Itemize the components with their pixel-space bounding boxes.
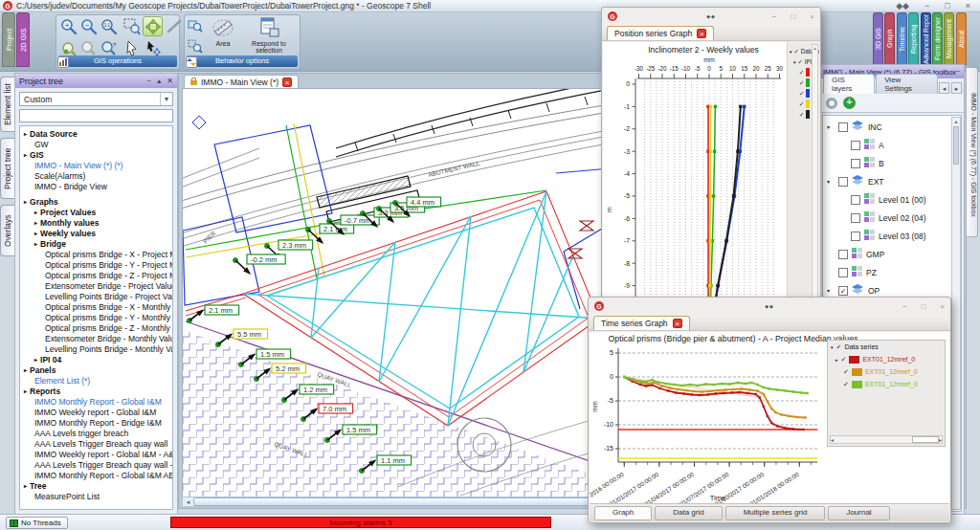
tab-journal[interactable]: Journal [828,506,889,520]
layer-checkbox[interactable] [838,122,848,132]
expander-icon[interactable]: ▸ [24,481,27,492]
minimize-button[interactable]: − [902,302,907,311]
panel-pin-icon[interactable]: − [956,68,960,76]
tab-multiple-series-grid[interactable]: Multiple series grid [725,506,826,520]
layer-checkbox[interactable] [851,141,860,150]
layer-row-level-02-04[interactable]: Level 02 (04) [823,209,961,227]
tree-item-extensometer-bridge-monthly-values[interactable]: Extensometer Bridge - Monthly Values [20,334,172,344]
layer-checkbox[interactable] [838,177,848,187]
measure-line-button[interactable] [164,16,184,36]
tree-filter-dropdown[interactable]: Custom ▼ [19,92,173,106]
tree-item-optical-prisms-bridge-x-monthly-median[interactable]: Optical prisms Bridge - X - Monthly Medi… [20,302,172,313]
tab-close-icon[interactable]: × [673,319,682,328]
ribbon-tab-2d-gis[interactable]: 2D GIS [16,12,30,67]
layer-checkbox[interactable] [851,159,860,168]
expander-icon[interactable]: ▸ [24,197,27,208]
legend-scrollbar[interactable]: ◂▸ [830,435,943,444]
area-button[interactable]: Area [208,17,238,57]
tree-item-optical-prisms-bridge-z-project-median[interactable]: Optical prisms Bridge - Z - Project Medi… [20,271,172,281]
tab-graph[interactable]: Graph [594,506,652,520]
tree-item-optical-prisms-bridge-y-monthly-median[interactable]: Optical prisms Bridge - Y - Monthly Medi… [20,313,172,323]
expander-icon[interactable]: ▾ [827,178,835,185]
ribbon-tab-timeline[interactable]: Timeline [897,12,907,65]
zoom-actual-size-button[interactable]: 1:1 [99,16,119,36]
zoom-in-button[interactable]: + [58,16,78,36]
tree-item-optical-prisms-bridge-x-project-median[interactable]: Optical prisms Bridge - X - Project Medi… [20,250,172,260]
tree-item-data-source[interactable]: ▸Data Source [20,129,172,140]
legend-root[interactable]: ▾✓Data series [828,341,945,353]
expander-icon[interactable]: ▾ [827,123,835,130]
layer-checkbox[interactable]: ✓ [838,286,848,296]
layer-checkbox[interactable] [851,232,860,241]
gis-toolbox-side-tab[interactable]: IMMO - Main View (*) (6.77) - GIS toolbo… [966,67,978,237]
tree-item-panels[interactable]: ▸Panels [20,365,172,376]
zoom-out-button[interactable]: − [78,16,99,36]
tree-item-immo-weekly-report-global-i-m[interactable]: IMMO Weekly report - Global I&M [20,408,172,418]
tree-item-project-values[interactable]: ▸Project Values [20,208,172,218]
tree-item-scale-alarms[interactable]: Scale(Alarms) [20,171,172,182]
tree-item-gis[interactable]: ▸GIS [20,150,172,161]
panel-close-icon[interactable]: ✕ [167,77,173,85]
tab-close-icon[interactable]: × [282,77,292,87]
tree-item-immo-main-view[interactable]: IMMO - Main View (*) (*) [20,161,172,171]
legend-entry[interactable]: ✓EXT01_12mref_0 [828,378,945,390]
expander-icon[interactable]: ▾ [827,287,835,294]
tab-immo-main-view[interactable]: IMMO - Main View (*) × [184,75,299,88]
sidebar-tab-overlays[interactable]: Overlays [0,205,14,256]
tab-data-grid[interactable]: Data grid [655,506,722,520]
pin-icon[interactable]: ◆◆ [706,13,716,19]
layer-row-pz[interactable]: PZ [823,263,961,281]
tree-item-levelling-points-bridge-monthly-values[interactable]: Levelling Points Bridge - Monthly Values [20,344,172,355]
expander-icon[interactable]: ▸ [34,239,37,250]
gis-vertical-scrollbar[interactable]: ▴ [951,117,961,510]
maximize-button[interactable]: □ [945,1,949,11]
tree-item-bridge[interactable]: ▸Bridge [20,239,172,250]
sidebar-tab-element-list[interactable]: Element list [0,77,14,132]
layer-row-b[interactable]: B [823,154,961,172]
tab-scroll-left-icon[interactable]: ◂ [939,82,949,94]
pan-button[interactable] [143,16,163,36]
tree-item-aaa-levels-trigger-breach-quay-wall[interactable]: AAA Levels Trigger Breach quay wall [20,439,172,450]
panel-pin-icon[interactable]: − [147,77,152,85]
layer-row-gmp[interactable]: GMP [823,245,961,263]
tree-item-monthly-values[interactable]: ▸Monthly values [20,218,172,229]
expander-icon[interactable]: ▸ [34,229,37,239]
tree-item-tree[interactable]: ▸Tree [20,481,172,492]
refresh-layers-icon[interactable] [826,98,837,109]
close-button[interactable]: × [810,12,814,21]
ribbon-tab-about[interactable]: About [956,12,967,65]
layer-row-ext[interactable]: ▾EXT [823,172,961,190]
mini-behavior-icon[interactable] [186,56,197,68]
tree-item-optical-prisms-bridge-y-project-median[interactable]: Optical prisms Bridge - Y - Project Medi… [20,260,172,271]
tree-item-weekly-values[interactable]: ▸Weekly values [20,229,172,239]
tab-close-icon[interactable]: × [697,29,706,38]
tree-item-gw[interactable]: GW [20,140,172,150]
time-window-titlebar[interactable]: G ◆◆ −□× [589,298,950,315]
ribbon-tab-project[interactable]: Project [2,12,15,67]
expander-icon[interactable]: ▸ [24,365,27,376]
maximize-button[interactable]: □ [791,12,795,21]
layer-checkbox[interactable] [838,268,848,277]
respond-to-selection-button[interactable]: Respond to selection [238,17,300,57]
chevron-down-icon[interactable]: ▼ [160,93,172,105]
tree-item-reports[interactable]: ▸Reports [20,386,172,397]
select-zoom-button[interactable] [187,37,204,55]
tab-scroll-right-icon[interactable]: ▸ [951,82,962,94]
ribbon-tab-reporting[interactable]: Reporting [908,12,919,65]
layer-row-level-01-00[interactable]: Level 01 (00) [823,190,961,209]
tree-item-immo-bridge-view[interactable]: IMMO - Bridge View [20,182,172,192]
pin-icon[interactable]: ◆◆ [765,303,774,309]
tree-item-element-list[interactable]: Element List (*) [20,376,172,386]
ribbon-tab-advanced-repor[interactable]: Advanced Repor [921,12,931,65]
layer-checkbox[interactable] [851,195,860,205]
tree-item-extensometer-bridge-project-values[interactable]: Extensometer Bridge - Project Values [20,281,172,292]
add-layer-icon[interactable]: + [843,97,856,109]
tab-position-series-graph[interactable]: Position series Graph × [607,26,714,40]
layer-row-inc[interactable]: ▾INC [823,118,961,136]
layer-row-a[interactable]: A [823,136,961,154]
minimize-button[interactable]: − [924,1,929,11]
maximize-button[interactable]: □ [921,302,925,311]
ribbon-tab-3d-gis[interactable]: 3D GIS [873,12,883,65]
tree-search-input[interactable] [19,109,173,122]
ribbon-tab-graph[interactable]: Graph [884,12,895,65]
